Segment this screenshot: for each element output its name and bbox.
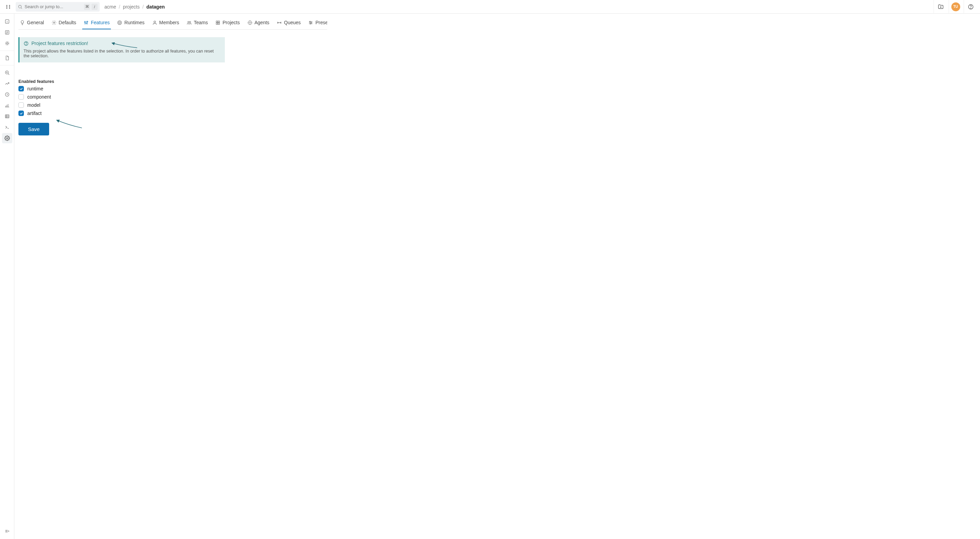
topbar-right: TU	[934, 0, 977, 14]
info-banner-title: Project features restriction!	[32, 41, 88, 46]
svg-point-23	[7, 44, 8, 45]
sidebar-item-terminal[interactable]	[2, 122, 12, 132]
sidebar-item-table[interactable]	[2, 111, 12, 121]
svg-point-4	[6, 8, 7, 8]
tab-queues[interactable]: Queues	[275, 17, 302, 29]
new-folder-button[interactable]	[934, 0, 947, 14]
tab-label: Agents	[255, 20, 270, 25]
svg-rect-59	[218, 23, 220, 24]
kbd-cmd: ⌘	[84, 4, 90, 10]
sidebar-item-settings[interactable]	[2, 133, 12, 143]
feature-row-runtime: runtime	[18, 86, 976, 91]
sidebar-item-search-plus[interactable]	[2, 68, 12, 78]
svg-point-0	[6, 5, 7, 6]
breadcrumb-current[interactable]: datagen	[146, 4, 165, 10]
svg-point-50	[87, 21, 88, 22]
save-button[interactable]: Save	[18, 123, 49, 135]
svg-point-1	[9, 5, 10, 6]
svg-point-53	[154, 21, 156, 22]
svg-rect-57	[218, 21, 220, 22]
sidebar-item-history[interactable]	[2, 89, 12, 100]
feature-row-component: component	[18, 94, 976, 100]
feature-checkbox-model[interactable]	[18, 102, 24, 108]
svg-point-54	[188, 21, 189, 22]
svg-point-2	[6, 6, 7, 7]
topbar: ⌘ / acme / projects / datagen TU	[0, 0, 980, 14]
settings-tabs: GeneralDefaultsFeaturesRuntimesMembersTe…	[18, 17, 327, 30]
sidebar-collapse-button[interactable]	[2, 526, 12, 536]
svg-point-49	[86, 23, 87, 24]
feature-label: artifact	[27, 111, 41, 116]
search-input-container[interactable]: ⌘ /	[16, 2, 100, 11]
feature-checkbox-component[interactable]	[18, 94, 24, 100]
sidebar-item-network[interactable]	[2, 38, 12, 48]
tab-label: Projects	[223, 20, 240, 25]
tab-features[interactable]: Features	[82, 17, 111, 29]
sidebar-divider	[0, 65, 14, 65]
sidebar-item-analytics[interactable]	[2, 78, 12, 89]
sidebar	[0, 14, 14, 539]
sidebar-divider	[0, 51, 14, 51]
feature-row-model: model	[18, 102, 976, 108]
features-icon	[84, 20, 89, 25]
tab-label: Presets	[315, 20, 327, 25]
main-content: GeneralDefaultsFeaturesRuntimesMembersTe…	[14, 14, 980, 539]
tab-teams[interactable]: Teams	[185, 17, 209, 29]
tab-general[interactable]: General	[18, 17, 45, 29]
tab-label: Members	[159, 20, 179, 25]
presets-icon	[308, 20, 313, 25]
tab-label: Teams	[194, 20, 208, 25]
tab-members[interactable]: Members	[151, 17, 180, 29]
avatar-container[interactable]: TU	[948, 0, 962, 14]
feature-label: runtime	[27, 86, 43, 91]
svg-point-22	[7, 42, 8, 43]
info-banner: Project features restriction! This proje…	[18, 37, 225, 62]
svg-point-20	[6, 43, 6, 44]
svg-point-73	[311, 22, 312, 23]
defaults-icon	[51, 20, 57, 25]
svg-point-48	[84, 22, 86, 22]
tab-label: General	[27, 20, 44, 25]
queues-icon	[277, 20, 282, 25]
feature-row-artifact: artifact	[18, 111, 976, 116]
runtimes-icon	[117, 20, 122, 25]
breadcrumb-sep: /	[119, 4, 120, 10]
feature-label: component	[27, 94, 51, 100]
search-input[interactable]	[25, 4, 82, 9]
tab-presets[interactable]: Presets	[307, 17, 327, 29]
members-icon	[152, 20, 157, 25]
avatar: TU	[951, 2, 960, 11]
svg-rect-56	[216, 21, 218, 22]
tab-agents[interactable]: Agents	[246, 17, 271, 29]
annotation-arrow-checkbox	[55, 119, 83, 129]
svg-point-6	[18, 5, 21, 8]
teams-icon	[187, 20, 192, 25]
tab-label: Runtimes	[124, 20, 144, 25]
enabled-features-heading: Enabled features	[18, 79, 976, 84]
tab-defaults[interactable]: Defaults	[50, 17, 78, 29]
breadcrumb-section[interactable]: projects	[123, 4, 140, 10]
general-icon	[20, 20, 25, 25]
sidebar-item-list[interactable]	[2, 27, 12, 38]
help-button[interactable]	[964, 0, 977, 14]
agents-icon	[247, 20, 253, 25]
svg-point-60	[249, 22, 250, 23]
svg-point-74	[310, 23, 311, 24]
breadcrumb-org[interactable]: acme	[104, 4, 116, 10]
tab-runtimes[interactable]: Runtimes	[116, 17, 146, 29]
svg-point-38	[6, 137, 8, 139]
svg-point-55	[189, 21, 191, 22]
svg-rect-33	[5, 114, 9, 118]
feature-checkbox-runtime[interactable]	[18, 86, 24, 91]
sidebar-item-bar-chart[interactable]	[2, 100, 12, 111]
app-grid-icon[interactable]	[4, 3, 12, 11]
svg-point-44	[53, 22, 55, 23]
svg-line-25	[8, 74, 9, 75]
feature-checkbox-artifact[interactable]	[18, 111, 24, 116]
search-kbd-hint: ⌘ /	[84, 4, 98, 10]
svg-point-21	[8, 43, 8, 44]
sidebar-item-info[interactable]	[2, 16, 12, 27]
sidebar-item-file[interactable]	[2, 53, 12, 63]
kbd-slash: /	[91, 4, 98, 10]
tab-projects[interactable]: Projects	[214, 17, 241, 29]
